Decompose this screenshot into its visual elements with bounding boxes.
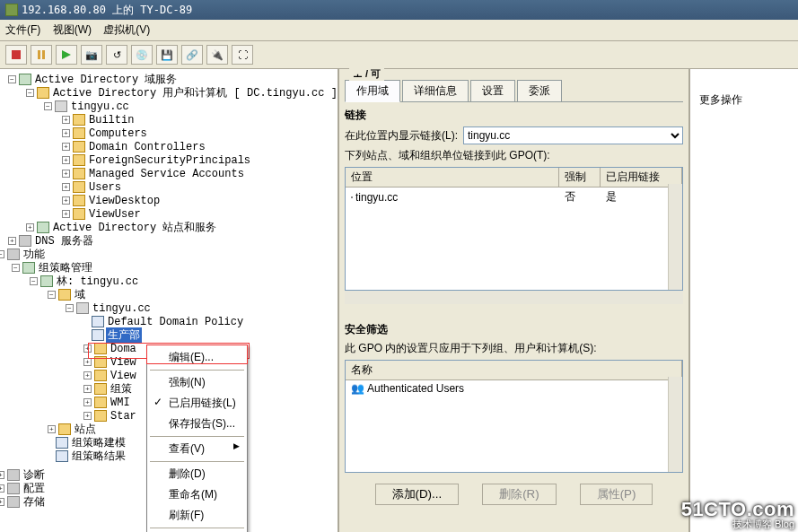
tab-details[interactable]: 详细信息 [402, 80, 469, 101]
expand-toggle[interactable]: + [0, 484, 4, 493]
fullscreen-button[interactable]: ⛶ [232, 45, 253, 65]
expand-toggle[interactable]: − [48, 291, 56, 299]
expand-toggle[interactable]: + [62, 170, 70, 178]
folder-icon [37, 87, 49, 99]
expand-toggle[interactable]: + [62, 116, 70, 124]
expand-toggle[interactable]: − [8, 75, 16, 83]
menu-view[interactable]: 视图(W) [53, 23, 92, 36]
tree-view2[interactable]: View [109, 370, 138, 382]
pause-icon [38, 50, 45, 59]
cm-enforce[interactable]: 强制(N) [149, 372, 245, 393]
tree-prod-dept[interactable]: 生产部 [106, 327, 142, 343]
expand-toggle[interactable]: + [62, 183, 70, 191]
cm-save-report[interactable]: 保存报告(S)... [149, 414, 245, 434]
links-location-select[interactable]: tingyu.cc [463, 126, 683, 144]
expand-toggle[interactable]: + [83, 398, 92, 406]
expand-toggle[interactable]: + [83, 371, 92, 379]
tree-domain-trunc[interactable]: Doma [109, 343, 138, 355]
tree-fsp[interactable]: ForeignSecurityPrincipals [87, 154, 252, 167]
tree-default-policy[interactable]: Default Domain Policy [106, 316, 245, 328]
pause-button[interactable] [31, 45, 52, 65]
expand-toggle[interactable]: + [26, 223, 34, 231]
expand-toggle[interactable]: + [83, 385, 92, 393]
cd-button[interactable]: 💿 [131, 45, 153, 65]
expand-toggle[interactable]: + [83, 358, 92, 366]
scrollbar-vertical[interactable] [668, 184, 682, 290]
tree-viewdesktop[interactable]: ViewDesktop [87, 195, 162, 207]
expand-toggle[interactable]: + [62, 156, 70, 164]
network-button[interactable]: 🔗 [181, 45, 203, 65]
scrollbar-vertical[interactable] [668, 377, 682, 472]
expand-toggle[interactable]: + [8, 237, 16, 245]
expand-toggle[interactable]: + [83, 412, 92, 420]
cm-delete[interactable]: 删除(D) [149, 464, 245, 484]
col-location[interactable]: 位置 [346, 168, 559, 187]
expand-toggle[interactable]: + [0, 471, 4, 479]
vm-title-bar: 192.168.80.80 上的 TY-DC-89 [0, 0, 798, 20]
expand-toggle[interactable]: − [66, 304, 74, 312]
tree-computers[interactable]: Computers [87, 127, 149, 140]
context-menu: 编辑(E)... 强制(N) ✓已启用链接(L) 保存报告(S)... 查看(V… [146, 344, 248, 532]
cm-view[interactable]: 查看(V)▶ [149, 439, 245, 459]
col-name[interactable]: 名称 [346, 361, 682, 379]
menu-file[interactable]: 文件(F) [5, 23, 40, 36]
menu-vm[interactable]: 虚拟机(V) [103, 23, 150, 36]
gpo-icon [92, 329, 104, 341]
tab-delegation[interactable]: 委派 [517, 80, 562, 101]
revert-button[interactable]: ↺ [106, 45, 127, 65]
tree-dcs[interactable]: Domain Controllers [87, 141, 207, 153]
tree-wmi-trunc[interactable]: WMI [109, 397, 132, 409]
links-listbox[interactable]: 位置 强制 已启用链接 tingyu.cc 否 是 [345, 167, 683, 291]
links-row-enforced: 否 [559, 189, 601, 205]
more-actions[interactable]: 更多操作 [699, 89, 789, 111]
tree-viewuser[interactable]: ViewUser [87, 208, 143, 221]
tree-forest[interactable]: 林: tingyu.cc [55, 274, 140, 289]
security-row[interactable]: 👥Authenticated Users [346, 380, 682, 397]
properties-button[interactable]: 属性(P) [580, 484, 653, 505]
expand-toggle[interactable]: − [0, 250, 4, 258]
scrollbar-horizontal[interactable] [345, 290, 683, 304]
forest-icon [40, 275, 53, 287]
snapshot-button[interactable]: 📷 [81, 45, 102, 65]
expand-toggle[interactable]: − [44, 102, 52, 110]
tree-domains[interactable]: 域 [73, 287, 87, 302]
cm-link-enabled[interactable]: ✓已启用链接(L) [149, 393, 245, 414]
expand-toggle[interactable]: − [12, 264, 20, 272]
tab-settings[interactable]: 设置 [470, 80, 515, 101]
expand-toggle[interactable]: + [62, 143, 70, 151]
cm-refresh[interactable]: 刷新(F) [149, 505, 245, 526]
cm-edit[interactable]: 编辑(E)... [149, 347, 245, 368]
stop-button[interactable] [5, 45, 27, 65]
tree-msa[interactable]: Managed Service Accounts [87, 168, 246, 180]
expand-toggle[interactable]: + [62, 196, 70, 205]
floppy-button[interactable]: 💾 [156, 45, 178, 65]
actions-pane: 更多操作 [690, 69, 798, 532]
tab-scope[interactable]: 作用域 [345, 80, 400, 102]
cm-rename[interactable]: 重命名(M) [149, 484, 245, 505]
remove-button[interactable]: 删除(R) [482, 484, 557, 505]
expand-toggle[interactable]: + [83, 344, 92, 353]
tree-builtin[interactable]: Builtin [87, 114, 136, 126]
add-button[interactable]: 添加(D)... [375, 484, 460, 505]
tree-star-trunc[interactable]: Star [109, 410, 138, 423]
links-row[interactable]: tingyu.cc 否 是 [346, 188, 682, 206]
expand-toggle[interactable]: − [26, 89, 34, 97]
usb-button[interactable]: 🔌 [206, 45, 228, 65]
tree-gp-results[interactable]: 组策略结果 [70, 449, 127, 464]
expand-toggle[interactable]: − [30, 277, 38, 285]
tree-gp-trunc[interactable]: 组策 [109, 381, 134, 397]
tree-view1[interactable]: View [109, 356, 138, 369]
play-button[interactable] [56, 45, 77, 65]
expand-toggle[interactable]: + [0, 498, 4, 506]
expand-toggle[interactable]: + [62, 129, 70, 137]
security-listbox[interactable]: 名称 👥Authenticated Users [345, 360, 683, 473]
tree-ad-users-computers[interactable]: Active Directory 用户和计算机 [ DC.tingyu.cc ] [51, 85, 339, 100]
tree-users[interactable]: Users [87, 181, 123, 194]
col-enforced[interactable]: 强制 [559, 168, 601, 187]
expand-toggle[interactable]: + [62, 210, 70, 218]
folder-icon [94, 397, 107, 408]
tree-domain2[interactable]: tingyu.cc [91, 302, 153, 315]
tree-storage[interactable]: 存储 [22, 494, 47, 510]
tree-domain-root[interactable]: tingyu.cc [69, 100, 131, 113]
expand-toggle[interactable]: + [48, 425, 56, 433]
